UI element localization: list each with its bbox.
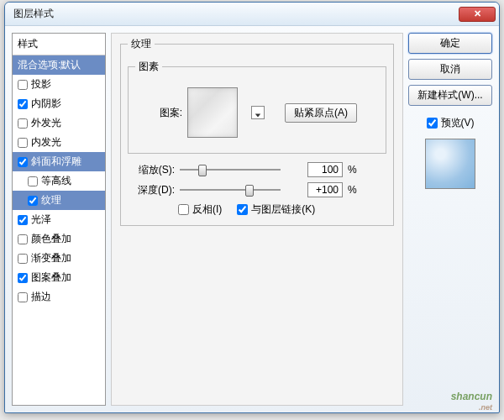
depth-input[interactable] (307, 182, 343, 197)
sidebar-checkbox-5[interactable] (28, 176, 38, 186)
invert-label: 反相(I) (192, 202, 222, 217)
link-checkbox[interactable] (237, 204, 248, 215)
window-title: 图层样式 (13, 7, 459, 21)
link-label: 与图层链接(K) (251, 202, 315, 217)
sidebar-item-10[interactable]: 图案叠加 (13, 268, 105, 287)
dialog-buttons: 确定 取消 新建样式(W)... 预览(V) (408, 33, 492, 406)
scale-label: 缩放(S): (128, 163, 175, 177)
sidebar-checkbox-4[interactable] (18, 157, 28, 167)
pattern-swatch[interactable] (187, 87, 238, 138)
sidebar-checkbox-3[interactable] (18, 138, 28, 148)
ok-button[interactable]: 确定 (408, 33, 492, 54)
preview-row[interactable]: 预览(V) (408, 116, 492, 130)
titlebar[interactable]: 图层样式 ✕ (5, 3, 499, 26)
sidebar-checkbox-11[interactable] (18, 292, 28, 302)
blending-options-item[interactable]: 混合选项:默认 (13, 55, 105, 75)
layer-style-dialog: 图层样式 ✕ 样式 混合选项:默认 投影内阴影外发光内发光斜面和浮雕等高线纹理光… (4, 2, 500, 413)
sidebar-item-11[interactable]: 描边 (13, 287, 105, 307)
link-checkbox-row[interactable]: 与图层链接(K) (237, 202, 315, 217)
sidebar-header: 样式 (13, 34, 105, 55)
sidebar-label-9: 渐变叠加 (31, 251, 71, 265)
sidebar-item-7[interactable]: 光泽 (13, 210, 105, 229)
sidebar-label-6: 纹理 (41, 193, 61, 207)
sidebar-checkbox-2[interactable] (18, 118, 28, 129)
sidebar-checkbox-6[interactable] (28, 196, 38, 206)
sidebar-checkbox-0[interactable] (18, 80, 28, 90)
texture-group: 纹理 图素 图案: 贴紧原点(A) 缩放(S): (120, 37, 394, 226)
sidebar-checkbox-7[interactable] (18, 215, 28, 225)
depth-label: 深度(D): (128, 183, 175, 197)
close-button[interactable]: ✕ (459, 7, 496, 22)
sidebar-item-9[interactable]: 渐变叠加 (13, 249, 105, 268)
sidebar-item-6[interactable]: 纹理 (13, 191, 105, 210)
sidebar-item-2[interactable]: 外发光 (13, 113, 105, 133)
scale-thumb[interactable] (198, 165, 207, 176)
sidebar-item-0[interactable]: 投影 (13, 75, 105, 94)
preview-checkbox[interactable] (427, 118, 438, 129)
depth-thumb[interactable] (245, 185, 254, 197)
sidebar-checkbox-1[interactable] (18, 99, 28, 109)
styles-sidebar: 样式 混合选项:默认 投影内阴影外发光内发光斜面和浮雕等高线纹理光泽颜色叠加渐变… (12, 33, 106, 406)
sidebar-label-0: 投影 (31, 77, 51, 92)
pattern-label: 图案: (135, 106, 182, 120)
sidebar-label-2: 外发光 (31, 116, 61, 130)
scale-slider[interactable] (180, 162, 281, 177)
settings-panel: 纹理 图素 图案: 贴紧原点(A) 缩放(S): (111, 33, 403, 406)
sidebar-item-3[interactable]: 内发光 (13, 133, 105, 152)
depth-unit: % (348, 184, 363, 196)
snap-origin-button[interactable]: 贴紧原点(A) (285, 103, 357, 123)
sidebar-label-4: 斜面和浮雕 (31, 155, 81, 169)
cancel-button[interactable]: 取消 (408, 59, 492, 80)
sidebar-item-4[interactable]: 斜面和浮雕 (13, 152, 105, 171)
scale-input[interactable] (307, 162, 343, 177)
sidebar-checkbox-8[interactable] (18, 234, 28, 244)
sidebar-item-1[interactable]: 内阴影 (13, 94, 105, 113)
sidebar-label-11: 描边 (31, 290, 51, 304)
texture-group-title: 纹理 (128, 37, 155, 51)
dialog-body: 样式 混合选项:默认 投影内阴影外发光内发光斜面和浮雕等高线纹理光泽颜色叠加渐变… (5, 26, 499, 412)
new-style-button[interactable]: 新建样式(W)... (408, 85, 492, 106)
preview-label: 预览(V) (441, 116, 475, 130)
pattern-picker-button[interactable] (251, 106, 265, 119)
chevron-down-icon (255, 112, 261, 118)
scale-unit: % (348, 164, 363, 176)
element-group-title: 图素 (135, 60, 162, 74)
sidebar-label-7: 光泽 (31, 213, 51, 227)
sidebar-label-1: 内阴影 (31, 97, 61, 111)
sidebar-item-5[interactable]: 等高线 (13, 171, 105, 191)
depth-slider[interactable] (180, 182, 281, 197)
invert-checkbox-row[interactable]: 反相(I) (178, 202, 222, 217)
preview-swatch (425, 139, 475, 189)
sidebar-checkbox-9[interactable] (18, 254, 28, 264)
invert-checkbox[interactable] (178, 204, 189, 215)
sidebar-label-10: 图案叠加 (31, 270, 71, 285)
sidebar-label-3: 内发光 (31, 135, 61, 150)
sidebar-checkbox-10[interactable] (18, 273, 28, 283)
element-group: 图素 图案: 贴紧原点(A) (128, 60, 386, 154)
sidebar-label-8: 颜色叠加 (31, 232, 71, 246)
sidebar-label-5: 等高线 (41, 174, 71, 188)
sidebar-item-8[interactable]: 颜色叠加 (13, 229, 105, 249)
